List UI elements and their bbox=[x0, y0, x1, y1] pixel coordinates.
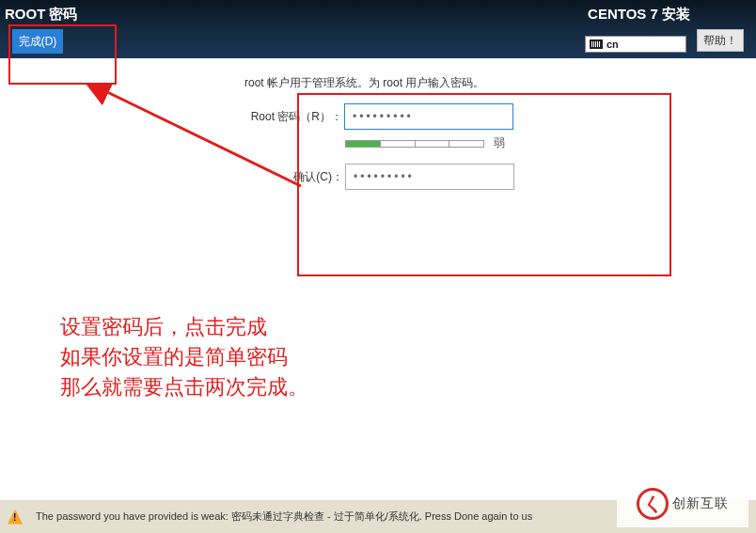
annotation-line-1: 设置密码后，点击完成 bbox=[60, 312, 308, 342]
keyboard-icon bbox=[590, 39, 603, 49]
watermark: く 创新互联 bbox=[617, 480, 748, 527]
annotation-box-form bbox=[297, 93, 671, 276]
svg-line-1 bbox=[103, 90, 301, 186]
annotation-line-3: 那么就需要点击两次完成。 bbox=[60, 372, 308, 402]
annotation-arrow bbox=[71, 83, 306, 224]
watermark-text: 创新互联 bbox=[672, 495, 729, 512]
annotation-line-2: 如果你设置的是简单密码 bbox=[60, 342, 308, 372]
annotation-instructions: 设置密码后，点击完成 如果你设置的是简单密码 那么就需要点击两次完成。 bbox=[60, 312, 308, 402]
warning-icon bbox=[8, 509, 23, 525]
help-button[interactable]: 帮助！ bbox=[697, 29, 744, 52]
annotation-box-done-button bbox=[8, 24, 117, 85]
watermark-logo: く bbox=[637, 488, 669, 520]
keyboard-layout-indicator[interactable]: cn bbox=[585, 36, 686, 53]
warning-text: The password you have provided is weak: … bbox=[36, 509, 532, 524]
page-title: ROOT 密码 bbox=[5, 6, 78, 24]
keyboard-layout-text: cn bbox=[606, 39, 619, 50]
installer-title: CENTOS 7 安装 bbox=[588, 6, 690, 24]
